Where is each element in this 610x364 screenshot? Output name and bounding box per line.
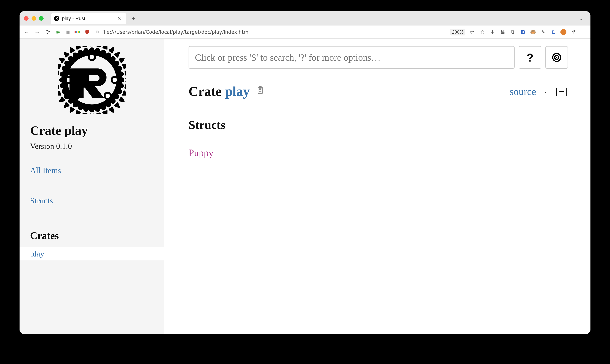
svg-point-6 [89,54,95,60]
forward-button[interactable]: → [34,29,41,36]
extension-icon[interactable]: ⧉ [550,29,556,35]
new-tab-button[interactable]: + [129,15,138,22]
minimize-window-button[interactable] [32,16,36,21]
svg-text:U: U [522,30,524,34]
menu-button[interactable]: ≡ [581,29,587,35]
zoom-level[interactable]: 200% [450,29,465,36]
translate-icon[interactable]: ⇄ [469,29,475,35]
help-button[interactable]: ? [519,46,541,69]
address-bar[interactable]: 🗎 file:///Users/brian/Code/local/play/ta… [94,29,447,35]
close-tab-button[interactable]: ✕ [116,15,122,21]
sidebar-all-items-link[interactable]: All Items [30,166,154,175]
page-heading-row: Crate play source · [−] [189,84,568,99]
rust-favicon-icon: R [54,16,59,21]
collapse-toggle[interactable]: [−] [556,86,568,97]
sidebar-crate-title: Crate play [30,123,154,138]
tab-bar: R play - Rust ✕ + ⌄ [20,11,590,26]
close-window-button[interactable] [24,16,28,21]
sidebar: Crate play Version 0.1.0 All Items Struc… [20,39,164,334]
search-row: Click or press 'S' to search, '?' for mo… [189,46,568,69]
gear-icon [551,52,562,63]
extension-icon[interactable]: U [520,29,526,35]
back-button[interactable]: ← [23,29,30,36]
search-input[interactable]: Click or press 'S' to search, '?' for mo… [189,46,515,69]
window-controls [24,16,44,21]
page-title: Crate play [189,84,250,99]
tab-title: play - Rust [62,15,113,21]
sidebar-structs-link[interactable]: Structs [30,196,154,206]
struct-link[interactable]: Puppy [189,147,214,158]
browser-tab[interactable]: R play - Rust ✕ [51,13,126,24]
profile-avatar[interactable] [560,29,567,35]
separator: · [544,86,547,97]
toolbar-icons: ⇄ ☆ ⬇ 🖶 ⧉ U 🐵 ✎ ⧉ ⧩ ≡ [469,29,587,35]
ublock-icon[interactable] [84,29,90,35]
sidebar-crate-item[interactable]: play [20,247,164,260]
extension-icon[interactable]: ◉ [55,29,61,35]
maximize-window-button[interactable] [39,16,44,21]
structs-heading: Structs [189,118,568,136]
print-icon[interactable]: 🖶 [500,29,506,35]
extension-icon[interactable]: 🐵 [530,29,536,35]
url-bar: ← → ⟳ ◉ ▥ 🗎 file:///Users/brian/Code/loc… [20,26,590,39]
page-icon: 🗎 [95,30,99,35]
extension-icon[interactable]: ✎ [540,29,546,35]
url-text: file:///Users/brian/Code/local/play/targ… [102,29,250,35]
rust-logo-icon[interactable] [58,46,126,114]
svg-point-11 [556,57,557,58]
copy-path-button[interactable] [256,86,265,97]
clipboard-icon [256,86,265,95]
sidebar-crates-heading: Crates [30,230,154,241]
bookmark-star-icon[interactable]: ☆ [479,29,485,35]
download-icon[interactable]: ⬇ [489,29,495,35]
extensions-button[interactable]: ⧩ [570,29,577,35]
reload-button[interactable]: ⟳ [44,29,51,36]
settings-button[interactable] [545,46,568,69]
page-content: Crate play Version 0.1.0 All Items Struc… [20,39,590,334]
browser-window: R play - Rust ✕ + ⌄ ← → ⟳ ◉ ▥ 🗎 file:///… [20,11,590,334]
extension-icon[interactable] [74,29,80,35]
svg-point-8 [105,93,111,99]
extension-icon[interactable]: ▥ [65,29,71,35]
source-link[interactable]: source [510,86,536,97]
main-content: Click or press 'S' to search, '?' for mo… [164,39,590,334]
svg-point-3 [89,48,94,52]
crate-version: Version 0.1.0 [30,142,154,151]
extension-icon[interactable]: ⧉ [510,29,516,35]
tabs-dropdown-button[interactable]: ⌄ [577,15,586,21]
svg-point-5 [111,77,118,83]
